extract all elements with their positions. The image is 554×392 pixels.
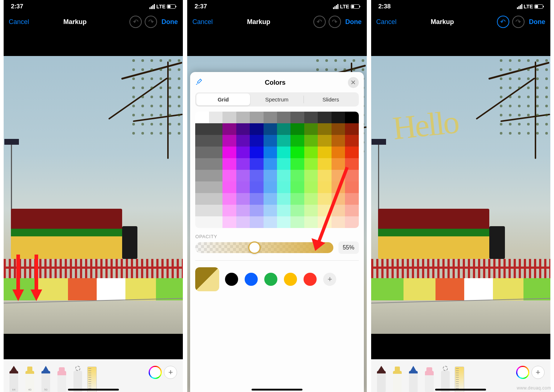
color-cell[interactable] xyxy=(304,181,318,193)
color-cell[interactable] xyxy=(264,193,277,205)
color-cell[interactable] xyxy=(290,158,304,170)
color-cell[interactable] xyxy=(290,123,304,135)
undo-button[interactable]: ↶ xyxy=(313,16,326,28)
color-cell[interactable] xyxy=(222,135,236,147)
color-cell[interactable] xyxy=(250,193,263,205)
color-cell[interactable] xyxy=(277,123,290,135)
ruler-tool[interactable] xyxy=(455,367,464,392)
color-cell[interactable] xyxy=(250,112,263,123)
color-cell[interactable] xyxy=(236,170,250,181)
color-cell[interactable] xyxy=(318,170,331,181)
color-cell[interactable] xyxy=(222,216,236,228)
color-cell[interactable] xyxy=(209,123,222,135)
color-cell[interactable] xyxy=(236,205,250,216)
color-cell[interactable] xyxy=(250,170,263,181)
color-cell[interactable] xyxy=(345,158,358,170)
color-cell[interactable] xyxy=(209,193,222,205)
color-cell[interactable] xyxy=(195,147,209,158)
color-cell[interactable] xyxy=(345,147,358,158)
color-cell[interactable] xyxy=(250,123,263,135)
color-cell[interactable] xyxy=(250,181,263,193)
swatch[interactable] xyxy=(245,273,258,286)
color-cell[interactable] xyxy=(304,158,318,170)
color-cell[interactable] xyxy=(290,181,304,193)
redo-button[interactable]: ↷ xyxy=(512,16,525,28)
undo-button[interactable]: ↶ xyxy=(497,16,509,28)
color-cell[interactable] xyxy=(277,216,290,228)
color-cell[interactable] xyxy=(195,205,209,216)
color-cell[interactable] xyxy=(236,216,250,228)
color-cell[interactable] xyxy=(222,193,236,205)
color-cell[interactable] xyxy=(290,135,304,147)
color-cell[interactable] xyxy=(345,181,358,193)
color-cell[interactable] xyxy=(345,170,358,181)
color-cell[interactable] xyxy=(345,123,358,135)
color-cell[interactable] xyxy=(332,181,345,193)
swatch[interactable] xyxy=(284,273,297,286)
color-cell[interactable] xyxy=(195,181,209,193)
color-cell[interactable] xyxy=(222,147,236,158)
color-cell[interactable] xyxy=(332,135,345,147)
color-cell[interactable] xyxy=(345,216,358,228)
photo-canvas[interactable] xyxy=(4,56,183,334)
color-cell[interactable] xyxy=(277,112,290,123)
swatch[interactable] xyxy=(225,273,238,286)
color-cell[interactable] xyxy=(318,112,331,123)
add-button[interactable]: + xyxy=(164,366,177,379)
eyedropper-icon[interactable] xyxy=(195,78,202,87)
color-grid[interactable] xyxy=(195,112,358,228)
color-cell[interactable] xyxy=(250,147,263,158)
color-cell[interactable] xyxy=(264,181,277,193)
color-cell[interactable] xyxy=(209,112,222,123)
color-cell[interactable] xyxy=(209,147,222,158)
lasso-tool[interactable] xyxy=(439,366,452,392)
marker-tool[interactable]: 40 xyxy=(23,366,36,392)
color-cell[interactable] xyxy=(236,181,250,193)
color-cell[interactable] xyxy=(236,112,250,123)
color-cell[interactable] xyxy=(277,205,290,216)
color-cell[interactable] xyxy=(222,112,236,123)
color-cell[interactable] xyxy=(304,123,318,135)
close-button[interactable]: ✕ xyxy=(348,77,359,88)
color-cell[interactable] xyxy=(236,135,250,147)
color-cell[interactable] xyxy=(209,216,222,228)
swatch[interactable] xyxy=(264,273,277,286)
color-cell[interactable] xyxy=(277,147,290,158)
color-cell[interactable] xyxy=(332,158,345,170)
color-cell[interactable] xyxy=(318,181,331,193)
opacity-value[interactable]: 55% xyxy=(338,241,359,254)
color-cell[interactable] xyxy=(195,123,209,135)
color-cell[interactable] xyxy=(304,135,318,147)
color-cell[interactable] xyxy=(264,205,277,216)
color-cell[interactable] xyxy=(318,205,331,216)
undo-button[interactable]: ↶ xyxy=(129,16,142,28)
color-cell[interactable] xyxy=(264,135,277,147)
redo-button[interactable]: ↷ xyxy=(145,16,157,28)
color-cell[interactable] xyxy=(304,112,318,123)
color-cell[interactable] xyxy=(222,123,236,135)
color-cell[interactable] xyxy=(264,158,277,170)
color-cell[interactable] xyxy=(195,216,209,228)
color-cell[interactable] xyxy=(277,193,290,205)
color-cell[interactable] xyxy=(318,147,331,158)
color-cell[interactable] xyxy=(304,193,318,205)
color-cell[interactable] xyxy=(195,112,209,123)
color-cell[interactable] xyxy=(332,112,345,123)
color-cell[interactable] xyxy=(290,216,304,228)
color-cell[interactable] xyxy=(332,147,345,158)
color-cell[interactable] xyxy=(222,170,236,181)
color-cell[interactable] xyxy=(209,181,222,193)
opacity-slider[interactable] xyxy=(195,242,333,253)
color-cell[interactable] xyxy=(209,205,222,216)
color-cell[interactable] xyxy=(304,147,318,158)
color-cell[interactable] xyxy=(209,135,222,147)
color-cell[interactable] xyxy=(332,123,345,135)
color-cell[interactable] xyxy=(222,205,236,216)
color-cell[interactable] xyxy=(332,170,345,181)
tab-grid[interactable]: Grid xyxy=(196,93,250,105)
color-cell[interactable] xyxy=(345,135,358,147)
color-cell[interactable] xyxy=(195,170,209,181)
color-cell[interactable] xyxy=(222,181,236,193)
color-cell[interactable] xyxy=(332,193,345,205)
color-cell[interactable] xyxy=(277,158,290,170)
